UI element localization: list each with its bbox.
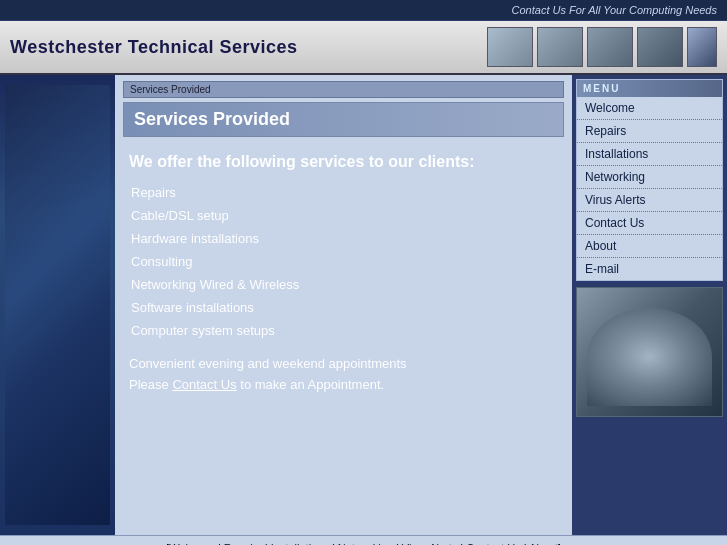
breadcrumb-label: Services Provided xyxy=(130,84,211,95)
header: Westchester Technical Services xyxy=(0,21,727,75)
service-item: Cable/DSL setup xyxy=(129,208,558,223)
header-image-4 xyxy=(637,27,683,67)
menu-item-installations[interactable]: Installations xyxy=(577,143,722,166)
header-image-5 xyxy=(687,27,717,67)
menu-header: MENU xyxy=(577,80,722,97)
footer-text: Convenient evening and weekend appointme… xyxy=(129,354,558,396)
content-area: Services Provided Services Provided We o… xyxy=(115,75,572,535)
service-item: Software installations xyxy=(129,300,558,315)
footer-line2-suffix: to make an Appointment. xyxy=(237,377,384,392)
menu-items: WelcomeRepairsInstallationsNetworkingVir… xyxy=(577,97,722,280)
menu-item-email[interactable]: E-mail xyxy=(577,258,722,280)
menu-box: MENU WelcomeRepairsInstallationsNetworki… xyxy=(576,79,723,281)
menu-item-networking[interactable]: Networking xyxy=(577,166,722,189)
service-item: Networking Wired & Wireless xyxy=(129,277,558,292)
breadcrumb: Services Provided xyxy=(123,81,564,98)
right-sidebar: MENU WelcomeRepairsInstallationsNetworki… xyxy=(572,75,727,535)
services-intro: We offer the following services to our c… xyxy=(129,153,558,171)
service-item: Consulting xyxy=(129,254,558,269)
footer-line2-prefix: Please xyxy=(129,377,172,392)
service-item: Repairs xyxy=(129,185,558,200)
footer: [Welcome | Repairs | Installations | Net… xyxy=(0,535,727,545)
header-images xyxy=(487,27,717,67)
services-content: We offer the following services to our c… xyxy=(123,149,564,400)
header-image-2 xyxy=(537,27,583,67)
site-title: Westchester Technical Services xyxy=(10,37,297,58)
service-item: Computer system setups xyxy=(129,323,558,338)
left-decoration xyxy=(0,75,115,535)
menu-item-about[interactable]: About xyxy=(577,235,722,258)
services-list: RepairsCable/DSL setupHardware installat… xyxy=(129,185,558,338)
tagline: Contact Us For All Your Computing Needs xyxy=(512,4,717,16)
menu-item-contact-us[interactable]: Contact Us xyxy=(577,212,722,235)
menu-item-welcome[interactable]: Welcome xyxy=(577,97,722,120)
sidebar-image xyxy=(576,287,723,417)
top-bar: Contact Us For All Your Computing Needs xyxy=(0,0,727,21)
page-title: Services Provided xyxy=(134,109,553,130)
contact-us-link[interactable]: Contact Us xyxy=(172,377,236,392)
header-image-3 xyxy=(587,27,633,67)
header-image-1 xyxy=(487,27,533,67)
menu-item-repairs[interactable]: Repairs xyxy=(577,120,722,143)
page-title-box: Services Provided xyxy=(123,102,564,137)
service-item: Hardware installations xyxy=(129,231,558,246)
main-layout: Services Provided Services Provided We o… xyxy=(0,75,727,535)
menu-item-virus-alerts[interactable]: Virus Alerts xyxy=(577,189,722,212)
footer-line1: Convenient evening and weekend appointme… xyxy=(129,356,407,371)
